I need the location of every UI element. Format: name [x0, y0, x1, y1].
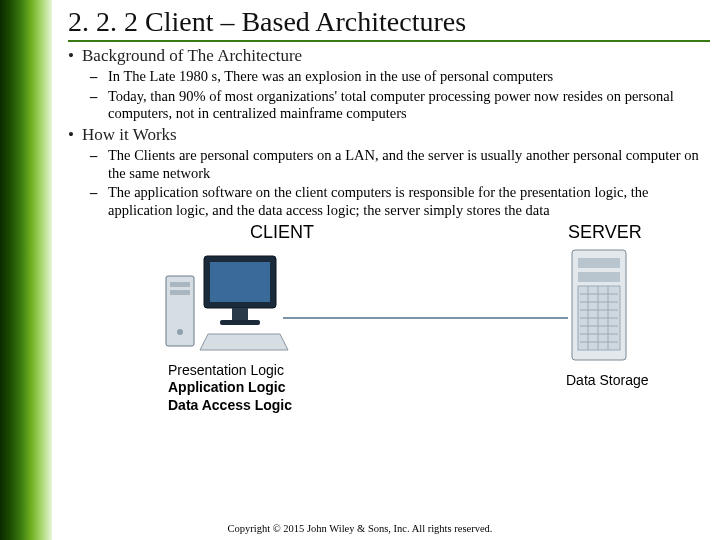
svg-marker-8: [200, 334, 288, 350]
svg-point-3: [177, 329, 183, 335]
client-label: CLIENT: [250, 222, 314, 243]
caption-line: Presentation Logic: [168, 362, 292, 380]
caption-line: Data Access Logic: [168, 397, 292, 415]
svg-rect-6: [232, 308, 248, 320]
client-caption: Presentation Logic Application Logic Dat…: [168, 362, 292, 415]
sub-list: The Clients are personal computers on a …: [82, 147, 710, 220]
server-tower-icon: [566, 246, 636, 370]
server-caption: Data Storage: [566, 372, 649, 388]
bullet-heading: Background of The Architecture: [82, 46, 302, 65]
bullet-list: Background of The Architecture In The La…: [68, 46, 710, 220]
slide-title: 2. 2. 2 Client – Based Architectures: [68, 6, 710, 42]
svg-rect-12: [578, 272, 620, 282]
sidebar-gradient: [0, 0, 52, 540]
sub-bullet: The application software on the client c…: [108, 184, 710, 219]
svg-rect-2: [170, 290, 190, 295]
slide-content: 2. 2. 2 Client – Based Architectures Bac…: [60, 0, 720, 422]
svg-rect-11: [578, 258, 620, 268]
sub-bullet: In The Late 1980 s, There was an explosi…: [108, 68, 710, 86]
caption-line: Application Logic: [168, 379, 292, 397]
svg-rect-7: [220, 320, 260, 325]
client-computer-icon: [162, 246, 292, 360]
svg-rect-5: [210, 262, 270, 302]
server-label: SERVER: [568, 222, 642, 243]
svg-rect-1: [170, 282, 190, 287]
bullet-heading: How it Works: [82, 125, 177, 144]
sub-bullet: Today, than 90% of most organizations' t…: [108, 88, 710, 123]
bullet-howitworks: How it Works The Clients are personal co…: [82, 125, 710, 220]
architecture-diagram: CLIENT SERVER: [68, 222, 710, 422]
sub-bullet: The Clients are personal computers on a …: [108, 147, 710, 182]
network-wire: [283, 317, 568, 319]
sub-list: In The Late 1980 s, There was an explosi…: [82, 68, 710, 123]
copyright-text: Copyright © 2015 John Wiley & Sons, Inc.…: [0, 523, 720, 534]
bullet-background: Background of The Architecture In The La…: [82, 46, 710, 123]
